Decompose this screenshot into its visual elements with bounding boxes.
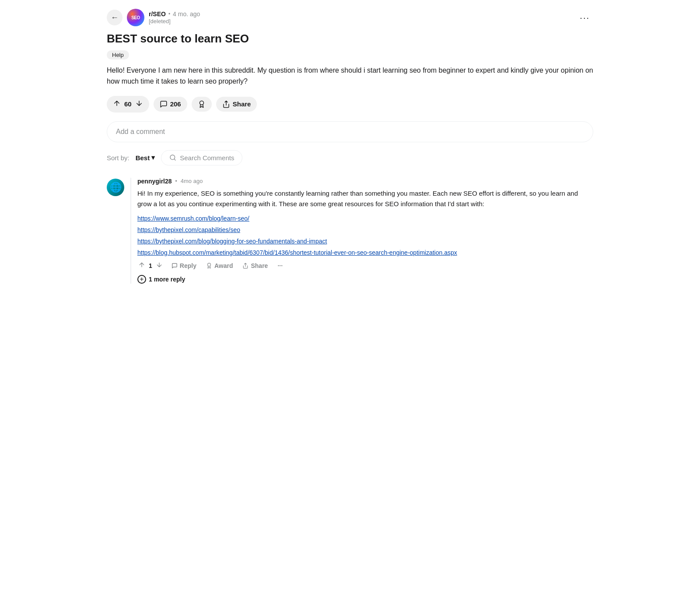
comment-link-4[interactable]: https://blog.hubspot.com/marketing/tabid… xyxy=(137,249,593,256)
award-comment-label: Award xyxy=(214,262,233,269)
comment-text: Hi! In my experience, SEO is something y… xyxy=(137,188,593,210)
vote-count: 60 xyxy=(124,100,132,108)
share-comment-icon xyxy=(242,263,248,269)
comment-placeholder: Add a comment xyxy=(116,128,165,135)
vote-pill[interactable]: 60 xyxy=(107,96,149,113)
reply-button[interactable]: Reply xyxy=(170,261,198,270)
sort-select-button[interactable]: Best ▾ xyxy=(136,154,155,162)
upvote-icon xyxy=(113,99,121,107)
comment-downvote-button[interactable] xyxy=(155,260,164,271)
share-icon xyxy=(222,100,230,108)
post-body: Hello! Everyone I am new here in this su… xyxy=(107,65,593,87)
comment-icon xyxy=(160,100,168,108)
avatar: 🌐 xyxy=(107,179,124,196)
sort-chevron: ▾ xyxy=(151,154,155,162)
comment-dot: • xyxy=(175,178,177,184)
award-button[interactable] xyxy=(192,97,212,112)
sort-bar: Sort by: Best ▾ Search Comments xyxy=(107,150,593,165)
subreddit-name[interactable]: r/SEO xyxy=(149,11,166,18)
comment-link-1[interactable]: https://www.semrush.com/blog/learn-seo/ xyxy=(137,215,593,222)
award-icon xyxy=(198,100,206,108)
comment-upvote-icon xyxy=(138,261,145,268)
comment-vote-group: 1 xyxy=(137,260,164,271)
comment-meta: pennygirl28 • 4mo ago xyxy=(137,178,593,185)
more-replies-button[interactable]: + 1 more reply xyxy=(137,275,185,284)
award-comment-button[interactable]: Award xyxy=(204,261,235,270)
add-comment-input[interactable]: Add a comment xyxy=(107,121,593,142)
more-comment-options-button[interactable]: ··· xyxy=(276,261,284,270)
flair-badge: Help xyxy=(107,50,129,60)
share-comment-label: Share xyxy=(251,262,268,269)
comment-upvote-button[interactable] xyxy=(137,260,146,271)
comment-link-2[interactable]: https://bythepixel.com/capabilities/seo xyxy=(137,226,593,233)
search-comments-button[interactable]: Search Comments xyxy=(161,150,242,165)
post-author: [deleted] xyxy=(149,18,572,25)
more-options-button[interactable]: ··· xyxy=(576,11,593,25)
dot-separator: • xyxy=(168,11,170,17)
comments-section: 🌐 pennygirl28 • 4mo ago Hi! In my experi… xyxy=(107,178,593,284)
more-replies-label: 1 more reply xyxy=(149,276,185,283)
sort-label: Sort by: xyxy=(107,154,130,162)
downvote-button[interactable] xyxy=(135,99,143,109)
reply-icon xyxy=(172,263,178,269)
upvote-button[interactable] xyxy=(113,99,121,109)
share-comment-button[interactable]: Share xyxy=(241,261,270,270)
comment-vote-count: 1 xyxy=(149,262,152,269)
post-header: ← SEO r/SEO • 4 mo. ago [deleted] ··· xyxy=(107,9,593,26)
post-time: 4 mo. ago xyxy=(173,11,200,18)
comments-button[interactable]: 206 xyxy=(154,97,187,112)
award-comment-icon xyxy=(206,263,212,269)
share-button[interactable]: Share xyxy=(216,97,257,112)
post-title: BEST source to learn SEO xyxy=(107,32,593,46)
comment-author[interactable]: pennygirl28 xyxy=(137,178,172,185)
comment-downvote-icon xyxy=(156,261,163,268)
share-label: Share xyxy=(233,100,251,108)
search-icon xyxy=(169,154,176,161)
comment-actions: 1 Reply Awa xyxy=(137,260,593,271)
table-row: 🌐 pennygirl28 • 4mo ago Hi! In my experi… xyxy=(107,178,593,284)
downvote-icon xyxy=(135,99,143,107)
comment-count: 206 xyxy=(170,100,181,108)
reply-label: Reply xyxy=(180,262,196,269)
sort-value: Best xyxy=(136,154,150,162)
back-button[interactable]: ← xyxy=(107,10,122,25)
post-meta-top: r/SEO • 4 mo. ago xyxy=(149,11,572,18)
comment-link-3[interactable]: https://bythepixel.com/blog/blogging-for… xyxy=(137,238,593,245)
action-bar: 60 206 Share xyxy=(107,96,593,113)
comment-time: 4mo ago xyxy=(181,178,203,184)
more-replies-icon: + xyxy=(137,275,146,284)
comment-body: pennygirl28 • 4mo ago Hi! In my experien… xyxy=(130,178,593,284)
search-comments-label: Search Comments xyxy=(180,154,234,162)
subreddit-avatar: SEO xyxy=(127,9,144,26)
post-meta: r/SEO • 4 mo. ago [deleted] xyxy=(149,11,572,25)
